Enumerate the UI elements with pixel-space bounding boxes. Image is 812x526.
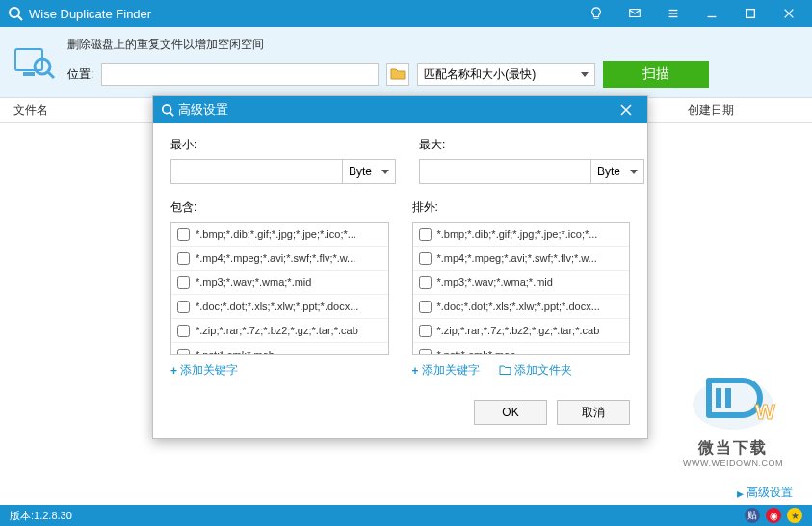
include-add-keyword-link[interactable]: +添加关键字 bbox=[170, 362, 238, 379]
filter-item[interactable]: *.doc;*.dot;*.xls;*.xlw;*.ppt;*.docx... bbox=[171, 295, 388, 319]
filter-item[interactable]: *.pst;*.eml;*.mab bbox=[171, 343, 388, 355]
max-size-input[interactable] bbox=[419, 159, 590, 184]
filter-checkbox[interactable] bbox=[177, 325, 190, 337]
filter-item[interactable]: *.zip;*.rar;*.7z;*.bz2;*.gz;*.tar;*.cab bbox=[413, 319, 630, 343]
exclude-add-keyword-link[interactable]: +添加关键字 bbox=[412, 362, 480, 379]
chevron-down-icon bbox=[581, 72, 589, 77]
svg-line-1 bbox=[18, 16, 22, 20]
scan-hero-icon bbox=[13, 43, 56, 82]
exclude-label: 排外: bbox=[412, 199, 631, 216]
scan-button[interactable]: 扫描 bbox=[603, 61, 709, 88]
share-tieba-icon[interactable]: 贴 bbox=[745, 508, 760, 523]
minimize-button[interactable] bbox=[693, 0, 731, 27]
browse-folder-button[interactable] bbox=[386, 63, 409, 86]
filter-item[interactable]: *.mp3;*.wav;*.wma;*.mid bbox=[413, 271, 630, 295]
filter-item[interactable]: *.mp4;*.mpeg;*.avi;*.swf;*.flv;*.w... bbox=[171, 247, 388, 271]
min-size-label: 最小: bbox=[170, 137, 396, 153]
max-unit-select[interactable]: Byte bbox=[590, 159, 644, 184]
filter-checkbox[interactable] bbox=[177, 349, 190, 355]
max-size-label: 最大: bbox=[419, 137, 644, 153]
svg-line-16 bbox=[170, 113, 174, 117]
filter-checkbox[interactable] bbox=[419, 276, 432, 289]
close-button[interactable] bbox=[770, 0, 808, 27]
exclude-list[interactable]: *.bmp;*.dib;*.gif;*.jpg;*.jpe;*.ico;*...… bbox=[412, 222, 631, 355]
filter-checkbox[interactable] bbox=[177, 228, 190, 241]
filter-item[interactable]: *.bmp;*.dib;*.gif;*.jpg;*.jpe;*.ico;*... bbox=[171, 223, 388, 247]
include-list[interactable]: *.bmp;*.dib;*.gif;*.jpg;*.jpe;*.ico;*...… bbox=[170, 222, 389, 355]
filter-checkbox[interactable] bbox=[419, 252, 432, 265]
match-mode-value: 匹配名称和大小(最快) bbox=[424, 66, 536, 83]
svg-line-14 bbox=[48, 72, 54, 78]
location-input[interactable] bbox=[101, 63, 379, 86]
filter-checkbox[interactable] bbox=[419, 301, 432, 313]
statusbar: 版本:1.2.8.30 贴 ◉ ★ bbox=[0, 505, 812, 526]
exclude-add-folder-link[interactable]: 添加文件夹 bbox=[499, 362, 572, 379]
svg-rect-8 bbox=[747, 10, 755, 18]
maximize-button[interactable] bbox=[731, 0, 770, 27]
filter-checkbox[interactable] bbox=[177, 252, 190, 265]
feedback-icon[interactable] bbox=[616, 0, 654, 27]
min-size-input[interactable] bbox=[170, 159, 342, 184]
svg-rect-12 bbox=[23, 72, 35, 76]
app-logo-icon bbox=[8, 6, 23, 21]
chevron-down-icon bbox=[630, 170, 638, 174]
tips-icon[interactable] bbox=[577, 0, 616, 27]
filter-item[interactable]: *.bmp;*.dib;*.gif;*.jpg;*.jpe;*.ico;*... bbox=[413, 223, 630, 247]
filter-item[interactable]: *.pst;*.eml;*.mab bbox=[413, 343, 630, 355]
window-titlebar: Wise Duplicate Finder bbox=[0, 0, 812, 27]
filter-item[interactable]: *.mp3;*.wav;*.wma;*.mid bbox=[171, 271, 388, 295]
share-qzone-icon[interactable]: ★ bbox=[787, 508, 802, 523]
filter-item[interactable]: *.doc;*.dot;*.xls;*.xlw;*.ppt;*.docx... bbox=[413, 295, 630, 319]
window-title: Wise Duplicate Finder bbox=[29, 7, 577, 21]
version-text: 版本:1.2.8.30 bbox=[10, 509, 745, 523]
match-mode-select[interactable]: 匹配名称和大小(最快) bbox=[417, 63, 595, 86]
svg-point-15 bbox=[163, 105, 171, 114]
folder-icon bbox=[390, 67, 406, 81]
dialog-titlebar: 高级设置 bbox=[153, 96, 647, 123]
toolbar: 删除磁盘上的重复文件以增加空闲空间 位置: 匹配名称和大小(最快) 扫描 bbox=[0, 27, 812, 98]
ok-button[interactable]: OK bbox=[474, 400, 547, 425]
chevron-down-icon bbox=[381, 170, 389, 174]
cancel-button[interactable]: 取消 bbox=[557, 400, 630, 425]
advanced-settings-link[interactable]: ▸高级设置 bbox=[737, 485, 793, 501]
location-label: 位置: bbox=[67, 66, 93, 83]
include-label: 包含: bbox=[170, 199, 389, 216]
close-icon bbox=[620, 104, 632, 116]
filter-item[interactable]: *.zip;*.rar;*.7z;*.bz2;*.gz;*.tar;*.cab bbox=[171, 319, 388, 343]
dialog-close-button[interactable] bbox=[609, 96, 643, 123]
filter-item[interactable]: *.mp4;*.mpeg;*.avi;*.swf;*.flv;*.w... bbox=[413, 247, 630, 271]
min-unit-select[interactable]: Byte bbox=[342, 159, 396, 184]
advanced-settings-dialog: 高级设置 最小: Byte 最大: Byte 包 bbox=[152, 95, 648, 439]
filter-checkbox[interactable] bbox=[177, 276, 190, 289]
filter-checkbox[interactable] bbox=[419, 349, 432, 355]
dialog-title: 高级设置 bbox=[178, 101, 609, 118]
folder-icon bbox=[499, 365, 511, 376]
share-weibo-icon[interactable]: ◉ bbox=[766, 508, 781, 523]
filter-checkbox[interactable] bbox=[419, 325, 432, 337]
svg-point-0 bbox=[10, 8, 19, 17]
filter-checkbox[interactable] bbox=[419, 228, 432, 241]
dialog-logo-icon bbox=[161, 103, 174, 117]
filter-checkbox[interactable] bbox=[177, 301, 190, 313]
menu-icon[interactable] bbox=[654, 0, 693, 27]
toolbar-description: 删除磁盘上的重复文件以增加空闲空间 bbox=[67, 37, 799, 53]
